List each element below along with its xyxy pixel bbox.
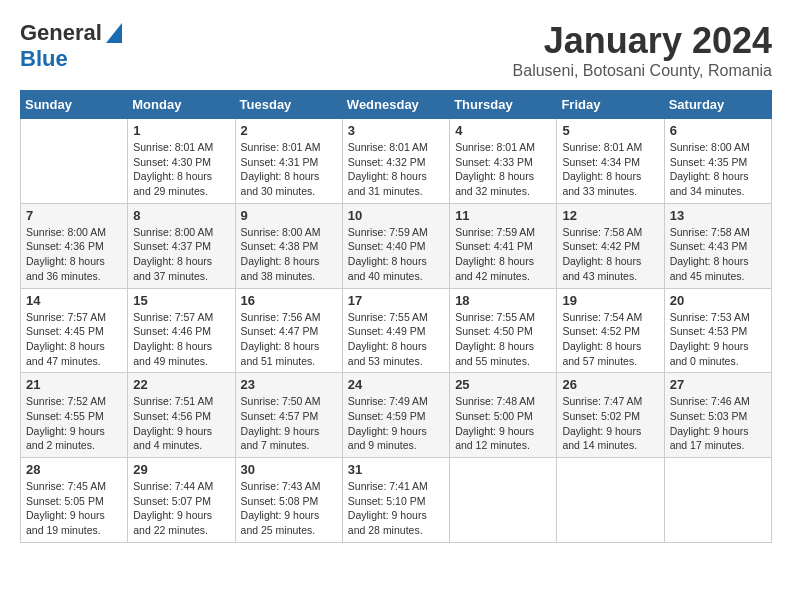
day-number: 1: [133, 123, 229, 138]
calendar-cell: 4Sunrise: 8:01 AMSunset: 4:33 PMDaylight…: [450, 119, 557, 204]
day-number: 6: [670, 123, 766, 138]
calendar-table: SundayMondayTuesdayWednesdayThursdayFrid…: [20, 90, 772, 543]
calendar-cell: [450, 458, 557, 543]
weekday-thursday: Thursday: [450, 91, 557, 119]
day-number: 10: [348, 208, 444, 223]
day-info: Sunrise: 7:53 AMSunset: 4:53 PMDaylight:…: [670, 310, 766, 369]
day-number: 9: [241, 208, 337, 223]
calendar-cell: 2Sunrise: 8:01 AMSunset: 4:31 PMDaylight…: [235, 119, 342, 204]
calendar-cell: 6Sunrise: 8:00 AMSunset: 4:35 PMDaylight…: [664, 119, 771, 204]
day-number: 8: [133, 208, 229, 223]
calendar-cell: 3Sunrise: 8:01 AMSunset: 4:32 PMDaylight…: [342, 119, 449, 204]
day-info: Sunrise: 7:45 AMSunset: 5:05 PMDaylight:…: [26, 479, 122, 538]
calendar-cell: 16Sunrise: 7:56 AMSunset: 4:47 PMDayligh…: [235, 288, 342, 373]
day-info: Sunrise: 7:46 AMSunset: 5:03 PMDaylight:…: [670, 394, 766, 453]
day-info: Sunrise: 8:01 AMSunset: 4:34 PMDaylight:…: [562, 140, 658, 199]
calendar-cell: 14Sunrise: 7:57 AMSunset: 4:45 PMDayligh…: [21, 288, 128, 373]
day-number: 30: [241, 462, 337, 477]
calendar-cell: 18Sunrise: 7:55 AMSunset: 4:50 PMDayligh…: [450, 288, 557, 373]
day-number: 4: [455, 123, 551, 138]
day-number: 12: [562, 208, 658, 223]
day-info: Sunrise: 7:59 AMSunset: 4:40 PMDaylight:…: [348, 225, 444, 284]
day-info: Sunrise: 8:00 AMSunset: 4:38 PMDaylight:…: [241, 225, 337, 284]
day-number: 11: [455, 208, 551, 223]
calendar-week-5: 28Sunrise: 7:45 AMSunset: 5:05 PMDayligh…: [21, 458, 772, 543]
day-number: 18: [455, 293, 551, 308]
calendar-cell: 7Sunrise: 8:00 AMSunset: 4:36 PMDaylight…: [21, 203, 128, 288]
day-info: Sunrise: 8:01 AMSunset: 4:32 PMDaylight:…: [348, 140, 444, 199]
day-info: Sunrise: 7:59 AMSunset: 4:41 PMDaylight:…: [455, 225, 551, 284]
weekday-monday: Monday: [128, 91, 235, 119]
day-info: Sunrise: 7:43 AMSunset: 5:08 PMDaylight:…: [241, 479, 337, 538]
day-info: Sunrise: 7:58 AMSunset: 4:42 PMDaylight:…: [562, 225, 658, 284]
day-info: Sunrise: 8:00 AMSunset: 4:36 PMDaylight:…: [26, 225, 122, 284]
weekday-header-row: SundayMondayTuesdayWednesdayThursdayFrid…: [21, 91, 772, 119]
logo-general: General: [20, 20, 102, 46]
calendar-cell: [664, 458, 771, 543]
day-info: Sunrise: 7:50 AMSunset: 4:57 PMDaylight:…: [241, 394, 337, 453]
calendar-cell: 26Sunrise: 7:47 AMSunset: 5:02 PMDayligh…: [557, 373, 664, 458]
day-info: Sunrise: 8:01 AMSunset: 4:33 PMDaylight:…: [455, 140, 551, 199]
day-info: Sunrise: 7:55 AMSunset: 4:50 PMDaylight:…: [455, 310, 551, 369]
calendar-cell: 12Sunrise: 7:58 AMSunset: 4:42 PMDayligh…: [557, 203, 664, 288]
calendar-cell: [21, 119, 128, 204]
calendar-body: 1Sunrise: 8:01 AMSunset: 4:30 PMDaylight…: [21, 119, 772, 543]
calendar-cell: 23Sunrise: 7:50 AMSunset: 4:57 PMDayligh…: [235, 373, 342, 458]
day-number: 14: [26, 293, 122, 308]
day-info: Sunrise: 7:48 AMSunset: 5:00 PMDaylight:…: [455, 394, 551, 453]
calendar-cell: 13Sunrise: 7:58 AMSunset: 4:43 PMDayligh…: [664, 203, 771, 288]
calendar-cell: 25Sunrise: 7:48 AMSunset: 5:00 PMDayligh…: [450, 373, 557, 458]
day-info: Sunrise: 7:58 AMSunset: 4:43 PMDaylight:…: [670, 225, 766, 284]
calendar-cell: 11Sunrise: 7:59 AMSunset: 4:41 PMDayligh…: [450, 203, 557, 288]
calendar-week-2: 7Sunrise: 8:00 AMSunset: 4:36 PMDaylight…: [21, 203, 772, 288]
day-number: 22: [133, 377, 229, 392]
calendar-cell: 31Sunrise: 7:41 AMSunset: 5:10 PMDayligh…: [342, 458, 449, 543]
day-number: 2: [241, 123, 337, 138]
location-title: Baluseni, Botosani County, Romania: [513, 62, 772, 80]
day-info: Sunrise: 7:44 AMSunset: 5:07 PMDaylight:…: [133, 479, 229, 538]
calendar-week-4: 21Sunrise: 7:52 AMSunset: 4:55 PMDayligh…: [21, 373, 772, 458]
calendar-cell: 17Sunrise: 7:55 AMSunset: 4:49 PMDayligh…: [342, 288, 449, 373]
day-info: Sunrise: 7:41 AMSunset: 5:10 PMDaylight:…: [348, 479, 444, 538]
day-info: Sunrise: 8:00 AMSunset: 4:35 PMDaylight:…: [670, 140, 766, 199]
day-info: Sunrise: 7:51 AMSunset: 4:56 PMDaylight:…: [133, 394, 229, 453]
calendar-cell: 1Sunrise: 8:01 AMSunset: 4:30 PMDaylight…: [128, 119, 235, 204]
month-title: January 2024: [513, 20, 772, 62]
day-number: 25: [455, 377, 551, 392]
calendar-cell: 29Sunrise: 7:44 AMSunset: 5:07 PMDayligh…: [128, 458, 235, 543]
calendar-cell: 9Sunrise: 8:00 AMSunset: 4:38 PMDaylight…: [235, 203, 342, 288]
calendar-cell: 20Sunrise: 7:53 AMSunset: 4:53 PMDayligh…: [664, 288, 771, 373]
weekday-sunday: Sunday: [21, 91, 128, 119]
title-block: January 2024 Baluseni, Botosani County, …: [513, 20, 772, 80]
day-info: Sunrise: 7:57 AMSunset: 4:46 PMDaylight:…: [133, 310, 229, 369]
weekday-friday: Friday: [557, 91, 664, 119]
day-number: 28: [26, 462, 122, 477]
calendar-week-3: 14Sunrise: 7:57 AMSunset: 4:45 PMDayligh…: [21, 288, 772, 373]
calendar-cell: 15Sunrise: 7:57 AMSunset: 4:46 PMDayligh…: [128, 288, 235, 373]
day-info: Sunrise: 7:57 AMSunset: 4:45 PMDaylight:…: [26, 310, 122, 369]
day-info: Sunrise: 8:01 AMSunset: 4:30 PMDaylight:…: [133, 140, 229, 199]
page-header: General Blue January 2024 Baluseni, Boto…: [20, 20, 772, 80]
logo-blue: Blue: [20, 46, 68, 72]
day-number: 3: [348, 123, 444, 138]
calendar-cell: 27Sunrise: 7:46 AMSunset: 5:03 PMDayligh…: [664, 373, 771, 458]
day-number: 15: [133, 293, 229, 308]
day-number: 31: [348, 462, 444, 477]
calendar-cell: 10Sunrise: 7:59 AMSunset: 4:40 PMDayligh…: [342, 203, 449, 288]
day-number: 20: [670, 293, 766, 308]
calendar-cell: [557, 458, 664, 543]
day-info: Sunrise: 7:54 AMSunset: 4:52 PMDaylight:…: [562, 310, 658, 369]
calendar-week-1: 1Sunrise: 8:01 AMSunset: 4:30 PMDaylight…: [21, 119, 772, 204]
day-number: 21: [26, 377, 122, 392]
day-number: 26: [562, 377, 658, 392]
calendar-cell: 30Sunrise: 7:43 AMSunset: 5:08 PMDayligh…: [235, 458, 342, 543]
day-info: Sunrise: 7:49 AMSunset: 4:59 PMDaylight:…: [348, 394, 444, 453]
day-info: Sunrise: 7:55 AMSunset: 4:49 PMDaylight:…: [348, 310, 444, 369]
day-number: 29: [133, 462, 229, 477]
day-number: 19: [562, 293, 658, 308]
calendar-cell: 22Sunrise: 7:51 AMSunset: 4:56 PMDayligh…: [128, 373, 235, 458]
day-number: 23: [241, 377, 337, 392]
day-info: Sunrise: 7:47 AMSunset: 5:02 PMDaylight:…: [562, 394, 658, 453]
calendar-cell: 19Sunrise: 7:54 AMSunset: 4:52 PMDayligh…: [557, 288, 664, 373]
weekday-tuesday: Tuesday: [235, 91, 342, 119]
